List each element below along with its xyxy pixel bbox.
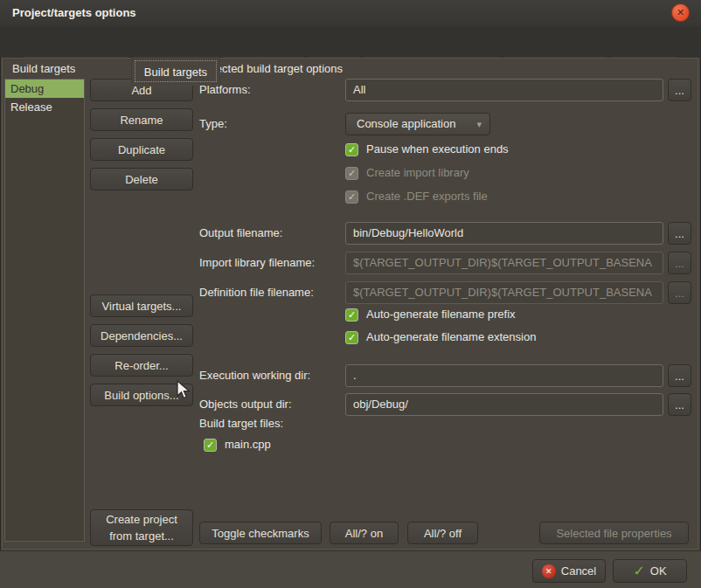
all-on-button[interactable]: All/? on [330,522,399,544]
button-label: Re-order... [115,359,168,372]
check-icon: ✓ [206,439,214,451]
auto-generate-filename-extension-checkbox[interactable]: ✓ [345,331,358,344]
type-label: Type: [199,113,227,135]
button-label: All/? on [345,527,383,540]
main-cpp-checkbox[interactable]: ✓ [204,439,217,452]
tab-build-targets[interactable]: Build targets [131,57,220,86]
reorder-button[interactable]: Re-order... [90,354,193,377]
check-icon: ✓ [348,168,356,179]
ok-button[interactable]: ✓ OK [613,559,687,583]
dropdown-value: Console application [357,117,455,130]
selected-file-properties-button: Selected file properties [539,522,689,544]
ellipsis-icon: ... [675,257,684,270]
button-label: Create project from target... [94,511,189,544]
output-filename-input[interactable]: bin/Debug/HelloWorld [345,222,663,245]
tab-bar: ◀ Project settings Build targets Build s… [0,26,701,58]
button-label: Virtual targets... [102,300,182,313]
button-label: Rename [120,114,163,127]
platforms-browse-button[interactable]: ... [668,79,691,101]
execution-working-dir-browse-button[interactable]: ... [668,364,691,387]
rename-button[interactable]: Rename [90,108,193,131]
selected-build-target-options-heading: Selected build target options [199,62,343,76]
check-icon: ✓ [348,191,356,203]
execution-working-dir-input[interactable]: . [345,364,663,387]
build-targets-heading: Build targets [12,62,75,76]
button-label: Build options... [104,389,178,402]
window-close-button[interactable]: ✕ [671,3,690,22]
import-library-filename-input: $(TARGET_OUTPUT_DIR)$(TARGET_OUTPUT_BASE… [345,252,663,274]
auto-generate-filename-prefix-label: Auto-generate filename prefix [366,303,516,326]
button-label: All/? off [424,527,462,540]
list-item-release[interactable]: Release [5,98,84,116]
button-label: Selected file properties [556,527,671,540]
virtual-targets-button[interactable]: Virtual targets... [90,294,193,317]
mouse-cursor [175,379,192,400]
check-icon: ✓ [348,309,356,321]
pause-when-execution-ends-label: Pause when execution ends [366,138,509,161]
close-icon: ✕ [677,7,684,18]
close-icon: ✕ [545,567,552,576]
execution-working-dir-label: Execution working dir: [199,364,310,387]
definition-file-browse-button: ... [668,281,691,304]
ellipsis-icon: ... [675,287,684,300]
platforms-input[interactable]: All [345,79,663,101]
cancel-icon: ✕ [542,564,556,578]
objects-output-dir-input[interactable]: obj/Debug/ [345,393,663,416]
auto-generate-filename-extension-label: Auto-generate filename extension [366,326,536,349]
import-library-browse-button: ... [668,252,691,274]
type-dropdown[interactable]: Console application ▾ [345,113,490,135]
button-label: Dependencies... [101,329,183,342]
create-import-library-checkbox: ✓ [345,167,358,180]
objects-output-dir-browse-button[interactable]: ... [668,393,691,416]
duplicate-button[interactable]: Duplicate [90,138,193,161]
ellipsis-icon: ... [675,227,684,240]
check-icon: ✓ [348,332,356,343]
toggle-checkmarks-button[interactable]: Toggle checkmarks [199,522,322,544]
cancel-button[interactable]: ✕ Cancel [532,559,606,583]
delete-button[interactable]: Delete [90,168,193,190]
chevron-down-icon: ▾ [476,114,482,135]
ellipsis-icon: ... [675,370,684,383]
ok-check-icon: ✓ [633,564,644,578]
main-cpp-label[interactable]: main.cpp [225,433,271,456]
check-icon: ✓ [348,144,356,156]
button-label: Toggle checkmarks [212,527,309,540]
ellipsis-icon: ... [675,398,684,412]
button-label: Delete [125,173,158,186]
create-import-library-label: Create import library [366,162,469,184]
button-label: Duplicate [118,143,165,156]
window-title: Project/targets options [12,0,136,26]
tab-label: Build targets [144,66,207,79]
button-label: Cancel [561,564,596,578]
definition-file-filename-input: $(TARGET_OUTPUT_DIR)$(TARGET_OUTPUT_BASE… [345,281,663,304]
all-off-button[interactable]: All/? off [407,522,478,544]
ellipsis-icon: ... [675,84,684,97]
title-bar[interactable]: Project/targets options ✕ [0,0,701,27]
list-item-debug[interactable]: Debug [5,80,84,98]
auto-generate-filename-prefix-checkbox[interactable]: ✓ [345,308,358,322]
build-targets-list[interactable]: Debug Release [4,79,85,542]
create-def-exports-file-checkbox: ✓ [345,190,358,204]
import-library-filename-label: Import library filename: [199,252,315,274]
button-label: OK [650,564,667,578]
build-target-files-label: Build target files: [199,412,283,435]
dependencies-button[interactable]: Dependencies... [90,324,193,347]
project-targets-options-dialog: Project/targets options ✕ ◀ Project sett… [0,0,701,588]
pause-when-execution-ends-checkbox[interactable]: ✓ [345,143,358,156]
output-filename-browse-button[interactable]: ... [668,222,691,245]
create-project-from-target-button[interactable]: Create project from target... [90,509,193,546]
definition-file-filename-label: Definition file filename: [199,281,314,304]
create-def-exports-file-label: Create .DEF exports file [366,185,488,208]
output-filename-label: Output filename: [199,222,282,245]
